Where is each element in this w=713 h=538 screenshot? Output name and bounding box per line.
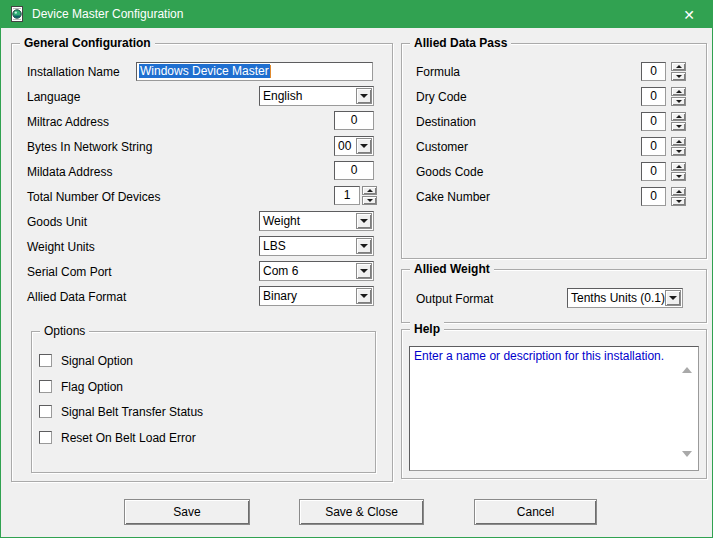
customer-value: 0 xyxy=(650,139,657,153)
allied-data-format-select[interactable]: Binary xyxy=(259,286,374,306)
cake-number-value: 0 xyxy=(650,189,657,203)
spinner-up-icon[interactable] xyxy=(671,187,686,196)
label-reset-on-belt-load-error: Reset On Belt Load Error xyxy=(61,431,196,445)
label-language: Language xyxy=(27,90,80,104)
label-customer: Customer xyxy=(416,140,468,154)
label-flag-option: Flag Option xyxy=(61,380,123,394)
help-text: Enter a name or description for this ins… xyxy=(414,349,664,363)
formula-input[interactable]: 0 xyxy=(641,62,666,81)
save-button-label: Save xyxy=(173,505,200,519)
cake-number-input[interactable]: 0 xyxy=(641,187,666,206)
label-dry-code: Dry Code xyxy=(416,90,467,104)
help-textarea[interactable]: Enter a name or description for this ins… xyxy=(409,346,699,471)
destination-spinner[interactable] xyxy=(671,112,686,131)
language-value: English xyxy=(263,89,302,103)
installation-name-input[interactable]: Windows Device Master xyxy=(136,62,373,81)
label-goods-unit: Goods Unit xyxy=(27,215,87,229)
formula-value: 0 xyxy=(650,64,657,78)
label-serial-com-port: Serial Com Port xyxy=(27,265,112,279)
label-formula: Formula xyxy=(416,65,460,79)
chevron-down-icon[interactable] xyxy=(356,213,372,229)
dry-code-spinner[interactable] xyxy=(671,87,686,106)
total-devices-input[interactable]: 1 xyxy=(334,186,360,205)
chevron-down-icon[interactable] xyxy=(665,290,681,306)
mildata-address-input[interactable]: 0 xyxy=(334,161,374,180)
spinner-up-icon[interactable] xyxy=(671,62,686,71)
group-title-general: General Configuration xyxy=(20,36,155,50)
spinner-down-icon[interactable] xyxy=(671,72,686,81)
chevron-down-icon[interactable] xyxy=(356,238,372,254)
group-options: Options xyxy=(31,331,376,473)
destination-value: 0 xyxy=(650,114,657,128)
bytes-in-network-string-select[interactable]: 00 xyxy=(334,136,374,156)
spinner-down-icon[interactable] xyxy=(671,197,686,206)
goods-code-spinner[interactable] xyxy=(671,162,686,181)
label-cake-number: Cake Number xyxy=(416,190,490,204)
label-miltrac-address: Miltrac Address xyxy=(27,115,109,129)
weight-units-select[interactable]: LBS xyxy=(259,236,374,256)
group-title-allied-data-pass: Allied Data Pass xyxy=(410,36,511,50)
language-select[interactable]: English xyxy=(259,86,374,106)
group-title-help: Help xyxy=(410,322,444,336)
label-output-format: Output Format xyxy=(416,292,493,306)
goods-code-input[interactable]: 0 xyxy=(641,162,666,181)
dry-code-input[interactable]: 0 xyxy=(641,87,666,106)
goods-unit-select[interactable]: Weight xyxy=(259,211,374,231)
mildata-address-value: 0 xyxy=(351,163,358,177)
save-button[interactable]: Save xyxy=(124,499,250,525)
spinner-up-icon[interactable] xyxy=(671,87,686,96)
spinner-down-icon[interactable] xyxy=(671,172,686,181)
miltrac-address-value: 0 xyxy=(351,113,358,127)
miltrac-address-input[interactable]: 0 xyxy=(334,111,374,130)
spinner-up-icon[interactable] xyxy=(671,137,686,146)
titlebar[interactable]: Device Master Configuration ✕ xyxy=(1,1,712,28)
spinner-up-icon[interactable] xyxy=(362,186,377,195)
serial-com-port-value: Com 6 xyxy=(263,264,298,278)
spinner-up-icon[interactable] xyxy=(671,162,686,171)
dry-code-value: 0 xyxy=(650,89,657,103)
label-signal-option: Signal Option xyxy=(61,354,133,368)
spinner-down-icon[interactable] xyxy=(671,122,686,131)
label-allied-data-format: Allied Data Format xyxy=(27,290,126,304)
group-title-options: Options xyxy=(40,324,89,338)
output-format-select[interactable]: Tenths Units (0.1) xyxy=(567,288,683,308)
total-devices-value: 1 xyxy=(344,188,351,202)
spinner-down-icon[interactable] xyxy=(362,196,377,205)
checkbox-signal-belt-transfer-status[interactable] xyxy=(39,405,52,418)
save-and-close-button[interactable]: Save & Close xyxy=(299,499,424,525)
goods-unit-value: Weight xyxy=(263,214,300,228)
cancel-button[interactable]: Cancel xyxy=(474,499,597,525)
label-bytes-in-network-string: Bytes In Network String xyxy=(27,140,152,154)
cancel-button-label: Cancel xyxy=(517,505,554,519)
chevron-down-icon[interactable] xyxy=(356,263,372,279)
cake-number-spinner[interactable] xyxy=(671,187,686,206)
output-format-value: Tenths Units (0.1) xyxy=(571,291,665,305)
spinner-down-icon[interactable] xyxy=(671,147,686,156)
installation-name-value: Windows Device Master xyxy=(139,64,270,78)
label-destination: Destination xyxy=(416,115,476,129)
save-and-close-button-label: Save & Close xyxy=(325,505,398,519)
device-master-configuration-dialog: Device Master Configuration ✕ General Co… xyxy=(0,0,713,538)
label-installation-name: Installation Name xyxy=(27,65,120,79)
chevron-down-icon[interactable] xyxy=(356,88,372,104)
customer-spinner[interactable] xyxy=(671,137,686,156)
goods-code-value: 0 xyxy=(650,164,657,178)
label-total-number-of-devices: Total Number Of Devices xyxy=(27,190,160,204)
close-icon[interactable]: ✕ xyxy=(666,1,712,28)
total-devices-spinner[interactable] xyxy=(362,186,377,205)
chevron-down-icon[interactable] xyxy=(356,138,372,154)
spinner-down-icon[interactable] xyxy=(671,97,686,106)
label-mildata-address: Mildata Address xyxy=(27,165,112,179)
checkbox-flag-option[interactable] xyxy=(39,380,52,393)
bytes-value: 00 xyxy=(338,139,351,153)
label-weight-units: Weight Units xyxy=(27,240,95,254)
chevron-down-icon[interactable] xyxy=(356,288,372,304)
checkbox-reset-on-belt-load-error[interactable] xyxy=(39,431,52,444)
checkbox-signal-option[interactable] xyxy=(39,354,52,367)
customer-input[interactable]: 0 xyxy=(641,137,666,156)
formula-spinner[interactable] xyxy=(671,62,686,81)
spinner-up-icon[interactable] xyxy=(671,112,686,121)
serial-com-port-select[interactable]: Com 6 xyxy=(259,261,374,281)
allied-data-format-value: Binary xyxy=(263,289,297,303)
destination-input[interactable]: 0 xyxy=(641,112,666,131)
